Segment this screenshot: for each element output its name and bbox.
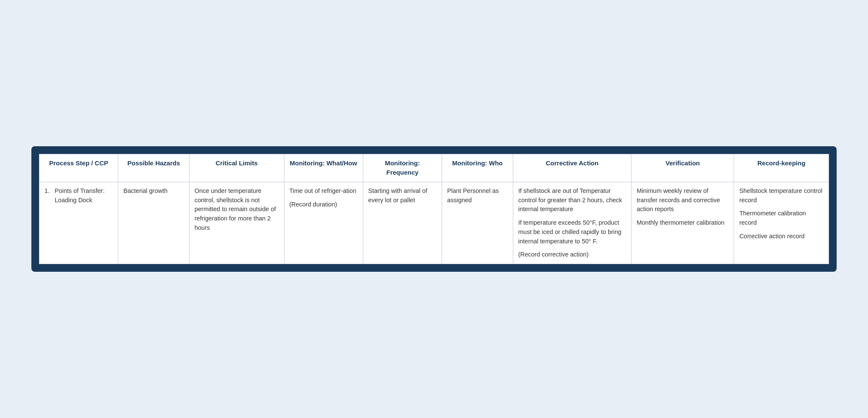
table-wrapper: Process Step / CCP Possible Hazards Crit… xyxy=(31,146,837,272)
header-possible-hazards: Possible Hazards xyxy=(118,154,189,182)
header-monitoring-freq: Monitoring: Frequency xyxy=(363,154,442,182)
header-process-step: Process Step / CCP xyxy=(39,154,118,182)
step-text: Points of Transfer: Loading Dock xyxy=(55,187,113,205)
cell-monitoring-what: Time out of refriger-ation(Record durati… xyxy=(284,182,363,264)
cell-verification: Minimum weekly review of transfer record… xyxy=(632,182,734,264)
step-number: 1. xyxy=(45,187,52,205)
header-row: Process Step / CCP Possible Hazards Crit… xyxy=(39,154,829,182)
cell-process-step: 1.Points of Transfer: Loading Dock xyxy=(39,182,118,264)
header-corrective-action: Corrective Action xyxy=(513,154,631,182)
header-critical-limits: Critical Limits xyxy=(189,154,284,182)
cell-recordkeeping: Shellstock temperature control recordThe… xyxy=(734,182,829,264)
haccp-table: Process Step / CCP Possible Hazards Crit… xyxy=(39,154,829,264)
header-recordkeeping: Record-keeping xyxy=(734,154,829,182)
header-monitoring-who: Monitoring: Who xyxy=(442,154,513,182)
cell-monitoring-who: Plant Personnel as assigned xyxy=(442,182,513,264)
cell-monitoring-freq: Starting with arrival of every lot or pa… xyxy=(363,182,442,264)
cell-critical-limits: Once under temperature control, shellsto… xyxy=(189,182,284,264)
header-verification: Verification xyxy=(632,154,734,182)
cell-possible-hazards: Bacterial growth xyxy=(118,182,189,264)
cell-corrective-action: If shellstock are out of Temperatur cont… xyxy=(513,182,631,264)
header-monitoring-what: Monitoring: What/How xyxy=(284,154,363,182)
table-row: 1.Points of Transfer: Loading DockBacter… xyxy=(39,182,829,264)
